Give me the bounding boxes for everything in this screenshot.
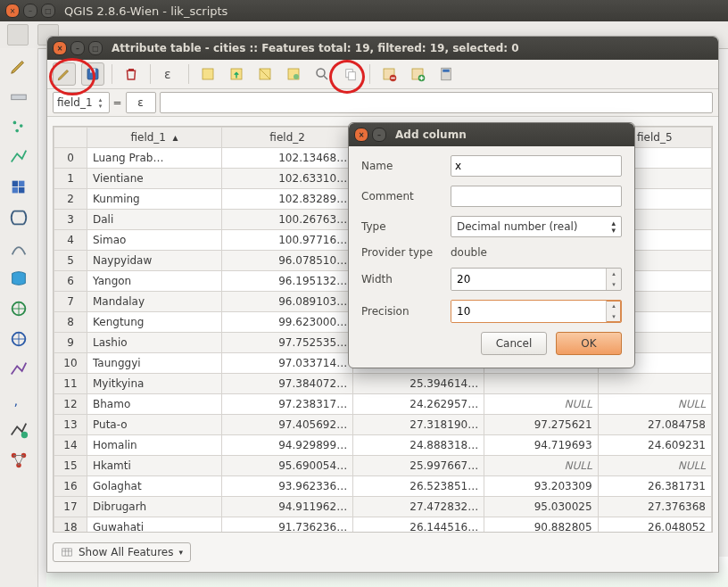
cell[interactable]: Dali — [87, 210, 222, 230]
toggle-edit-icon[interactable] — [53, 62, 76, 86]
comment-input[interactable] — [451, 186, 622, 207]
new-project-icon[interactable] — [7, 24, 29, 45]
row-header[interactable]: 3 — [54, 210, 87, 230]
cell[interactable]: 97.384072… — [222, 374, 353, 394]
close-icon[interactable]: × — [5, 4, 20, 18]
cell[interactable]: 93.962336… — [222, 476, 353, 497]
table-row[interactable]: 12Bhamo97.238317…24.262957…NULLNULL — [54, 394, 712, 415]
cell[interactable] — [598, 374, 711, 394]
cell[interactable]: 24.262957… — [353, 394, 484, 415]
copy-rows-icon[interactable] — [339, 62, 362, 86]
cell[interactable]: 26.048052 — [598, 517, 711, 533]
cell[interactable]: 24.888318… — [353, 435, 484, 456]
cell[interactable]: Guwahati — [87, 517, 222, 533]
cell[interactable]: 102.63310… — [222, 169, 353, 189]
column-header[interactable]: field_2 — [222, 128, 353, 148]
cell[interactable]: NULL — [484, 394, 598, 415]
cell[interactable]: Myitkyina — [87, 374, 222, 394]
cell[interactable] — [484, 374, 598, 394]
deselect-all-icon[interactable] — [196, 62, 219, 86]
cell[interactable]: 95.690054… — [222, 456, 353, 476]
cell[interactable]: Yangon — [87, 271, 222, 292]
cell[interactable]: Dibrugarh — [87, 497, 222, 517]
delete-column-icon[interactable] — [377, 62, 401, 86]
row-header[interactable]: 11 — [54, 374, 87, 394]
row-header[interactable]: 15 — [54, 456, 87, 476]
type-select[interactable]: Decimal number (real) ▴▾ — [451, 216, 622, 237]
cell[interactable]: 97.405692… — [222, 415, 353, 435]
maximize-icon[interactable]: □ — [88, 41, 103, 55]
row-header[interactable]: 0 — [54, 148, 87, 169]
cell[interactable]: Puta-o — [87, 415, 222, 435]
cell[interactable]: 97.033714… — [222, 353, 353, 374]
cell[interactable]: 97.752535… — [222, 333, 353, 353]
cell[interactable]: 93.203309 — [484, 476, 598, 497]
row-header[interactable]: 14 — [54, 435, 87, 456]
cell[interactable]: Mandalay — [87, 292, 222, 312]
cell[interactable]: 100.97716… — [222, 230, 353, 251]
expression-input[interactable] — [160, 92, 713, 113]
postgis-icon[interactable] — [5, 205, 32, 230]
cell[interactable]: Kengtung — [87, 312, 222, 333]
cell[interactable]: 102.13468… — [222, 148, 353, 169]
spatialite-icon[interactable] — [5, 236, 32, 260]
maximize-icon[interactable]: □ — [41, 4, 55, 18]
row-header[interactable]: 10 — [54, 353, 87, 374]
table-row[interactable]: 16Golaghat93.962336…26.523851…93.2033092… — [54, 476, 712, 497]
cell[interactable]: Naypyidaw — [87, 251, 222, 271]
close-icon[interactable]: × — [354, 128, 368, 142]
cell[interactable]: 27.318190… — [353, 415, 484, 435]
minimize-icon[interactable]: – — [70, 41, 85, 55]
table-row[interactable]: 15Hkamti95.690054…25.997667…NULLNULL — [54, 456, 712, 476]
cell[interactable]: 100.26763… — [222, 210, 353, 230]
field-selector[interactable]: field_1 ▴▾ — [53, 92, 110, 113]
show-all-features-button[interactable]: Show All Features ▾ — [53, 542, 191, 562]
row-header[interactable]: 5 — [54, 251, 87, 271]
cell[interactable]: 25.997667… — [353, 456, 484, 476]
cell[interactable]: Luang Prab… — [87, 148, 222, 169]
cell[interactable]: 91.736236… — [222, 517, 353, 533]
wcs-icon[interactable] — [5, 327, 32, 351]
cell[interactable]: 26.381731 — [598, 476, 711, 497]
cell[interactable]: 94.911962… — [222, 497, 353, 517]
select-by-expression-icon[interactable]: ε — [158, 62, 181, 86]
cell[interactable]: Golaghat — [87, 476, 222, 497]
column-header[interactable]: field_1 ▴ — [87, 128, 222, 148]
invert-selection-icon[interactable] — [253, 62, 277, 86]
cell[interactable]: 24.609231 — [598, 435, 711, 456]
corner-header[interactable] — [54, 128, 87, 148]
cell[interactable]: 94.929899… — [222, 435, 353, 456]
table-row[interactable]: 11Myitkyina97.384072…25.394614… — [54, 374, 712, 394]
cell[interactable]: 26.523851… — [353, 476, 484, 497]
cell[interactable]: Hkamti — [87, 456, 222, 476]
cell[interactable]: 27.084758 — [598, 415, 711, 435]
table-row[interactable]: 18Guwahati91.736236…26.144516…90.8828052… — [54, 517, 712, 533]
cell[interactable]: Lashio — [87, 333, 222, 353]
cell[interactable]: 96.078510… — [222, 251, 353, 271]
cell[interactable]: 102.83289… — [222, 189, 353, 210]
cell[interactable]: 96.195132… — [222, 271, 353, 292]
row-header[interactable]: 2 — [54, 189, 87, 210]
point-layer-icon[interactable] — [5, 114, 32, 139]
row-header[interactable]: 4 — [54, 230, 87, 251]
vector-layer-icon[interactable] — [5, 357, 32, 382]
ok-button[interactable]: OK — [556, 332, 622, 355]
row-header[interactable]: 13 — [54, 415, 87, 435]
pan-to-selected-icon[interactable] — [282, 62, 305, 86]
delete-selected-icon[interactable] — [120, 62, 143, 86]
cell[interactable]: 96.089103… — [222, 292, 353, 312]
line-layer-icon[interactable] — [5, 145, 32, 169]
cell[interactable]: 27.472832… — [353, 497, 484, 517]
new-vector-icon[interactable] — [5, 418, 32, 442]
cell[interactable]: 99.623000… — [222, 312, 353, 333]
cell[interactable]: 97.275621 — [484, 415, 598, 435]
precision-spinner[interactable]: ▴▾ — [451, 300, 622, 323]
row-header[interactable]: 18 — [54, 517, 87, 533]
width-input[interactable] — [451, 269, 606, 290]
width-spinner[interactable]: ▴▾ — [451, 268, 622, 291]
table-row[interactable]: 13Puta-o97.405692…27.318190…97.27562127.… — [54, 415, 712, 435]
cell[interactable]: NULL — [484, 456, 598, 476]
raster-layer-icon[interactable] — [5, 175, 32, 200]
cell[interactable]: 26.144516… — [353, 517, 484, 533]
save-edits-icon[interactable] — [81, 62, 104, 86]
